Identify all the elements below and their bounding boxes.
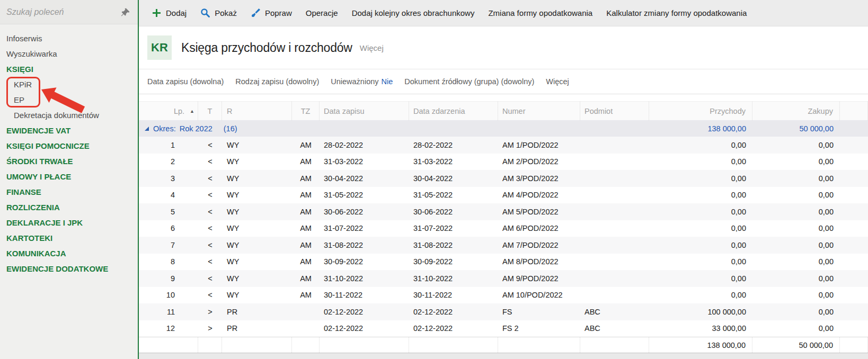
sidebar-item[interactable]: KSIĘGI (0, 61, 138, 77)
cell-numer: AM 9/POD/2022 (498, 270, 580, 287)
header-gap (139, 94, 868, 101)
cell-przychody: 0,00 (649, 237, 752, 254)
sidebar-item-label: Infoserwis (6, 34, 42, 43)
table-row[interactable]: 6 < WY AM 31-07-2022 31-07-2022 AM 6/POD… (139, 220, 868, 237)
cell-t: < (198, 237, 222, 254)
magnifier-icon (200, 8, 210, 18)
table-row[interactable]: 2 < WY AM 31-03-2022 31-03-2022 AM 2/POD… (139, 154, 868, 170)
cell-r: WY (222, 154, 292, 170)
table-row[interactable]: 1 < WY AM 28-02-2022 28-02-2022 AM 1/POD… (139, 137, 868, 154)
title-more-link[interactable]: Więcej (360, 43, 384, 52)
table-row[interactable]: 12 > PR 02-12-2022 02-12-2022 FS 2 ABC 3… (139, 320, 868, 337)
filter-item[interactable]: Więcej (546, 77, 569, 86)
sidebar-item[interactable]: FINANSE (0, 184, 138, 200)
toolbar-button[interactable]: Dodaj (152, 8, 187, 18)
sidebar-item-label: KARTOTEKI (6, 234, 52, 243)
group-row[interactable]: Okres: Rok 2022 (16) 138 000,00 50 000,0… (139, 120, 868, 137)
table-row[interactable]: 3 < WY AM 30-04-2022 30-04-2022 AM 3/POD… (139, 170, 868, 187)
sidebar-item[interactable]: Dekretacja dokumentów (0, 107, 138, 123)
sidebar-item[interactable]: KSIĘGI POMOCNICZE (0, 138, 138, 154)
sidebar-item[interactable]: EWIDENCJE DODATKOWE (0, 261, 138, 276)
sidebar-item[interactable]: ŚRODKI TRWAŁE (0, 154, 138, 169)
cell-podmiot (580, 270, 649, 287)
cell-lp: 10 (139, 287, 198, 304)
sidebar-item[interactable]: KOMUNIKACJA (0, 246, 138, 261)
cell-data-zdarzenia: 30-06-2022 (409, 203, 498, 220)
sidebar-item[interactable]: Infoserwis (0, 31, 138, 46)
cell-podmiot (580, 203, 649, 220)
cell-data-zapisu: 02-12-2022 (320, 303, 409, 320)
column-header[interactable]: R (222, 102, 292, 120)
cell-data-zapisu: 30-09-2022 (320, 254, 409, 271)
cell-data-zdarzenia: 30-11-2022 (409, 287, 498, 304)
cell-r: PR (222, 320, 292, 337)
cell-data-zdarzenia: 30-09-2022 (409, 254, 498, 271)
column-header[interactable]: T (198, 102, 222, 120)
cell-podmiot (580, 287, 649, 304)
toolbar-button-label: Operacje (306, 8, 338, 17)
group-expand-icon[interactable] (144, 126, 149, 131)
column-header[interactable]: Numer (498, 102, 580, 120)
cell-data-zapisu: 02-12-2022 (320, 320, 409, 337)
column-header[interactable]: Zakupy (752, 102, 840, 120)
toolbar-button-label: Zmiana formy opodatkowania (488, 8, 592, 17)
cell-t: < (198, 137, 222, 154)
cell-r: WY (222, 270, 292, 287)
cell-lp: 1 (139, 137, 198, 154)
cell-data-zdarzenia: 31-07-2022 (409, 220, 498, 237)
column-header[interactable]: Lp.▲ (139, 102, 198, 120)
filter-item[interactable]: UnieważnionyNie (331, 77, 393, 86)
column-header[interactable]: Data zdarzenia (409, 102, 498, 120)
sidebar-item[interactable]: UMOWY I PŁACE (0, 169, 138, 184)
toolbar-button[interactable]: Kalkulator zmiany formy opodatkowania (606, 8, 747, 17)
cell-podmiot (580, 254, 649, 271)
toolbar-button[interactable]: Popraw (251, 8, 292, 18)
sidebar-item[interactable]: EP (0, 92, 138, 107)
cell-lp: 5 (139, 203, 198, 220)
filter-item[interactable]: Dokument źródłowy (grupa) (dowolny) (404, 77, 534, 86)
group-label: Okres: (153, 124, 176, 133)
sidebar-item[interactable]: KPiR (0, 77, 138, 92)
summary-zakupy: 50 000,00 (752, 337, 840, 353)
bottom-strip (139, 353, 868, 359)
cell-lp: 6 (139, 220, 198, 237)
table-row[interactable]: 9 < WY AM 31-10-2022 31-10-2022 AM 9/POD… (139, 270, 868, 287)
table-row[interactable]: 10 < WY AM 30-11-2022 30-11-2022 AM 10/P… (139, 287, 868, 304)
pin-icon[interactable] (120, 6, 131, 18)
sidebar-item[interactable]: KARTOTEKI (0, 230, 138, 246)
cell-data-zapisu: 30-06-2022 (320, 203, 409, 220)
cell-zakupy: 0,00 (752, 270, 840, 287)
sidebar-item[interactable]: ROZLICZENIA (0, 200, 138, 215)
search-input[interactable] (6, 7, 120, 17)
table-row[interactable]: 11 > PR 02-12-2022 02-12-2022 FS ABC 100… (139, 303, 868, 320)
cell-t: < (198, 220, 222, 237)
table-row[interactable]: 8 < WY AM 30-09-2022 30-09-2022 AM 8/POD… (139, 254, 868, 271)
sidebar-item-label: EWIDENCJE VAT (6, 126, 70, 135)
toolbar-button[interactable]: Zmiana formy opodatkowania (488, 8, 592, 17)
table-row[interactable]: 7 < WY AM 31-08-2022 31-08-2022 AM 7/POD… (139, 237, 868, 254)
column-header[interactable] (840, 102, 868, 120)
filter-item[interactable]: Rodzaj zapisu (dowolny) (235, 77, 319, 86)
toolbar-button[interactable]: Operacje (306, 8, 338, 17)
group-total-przychody: 138 000,00 (649, 124, 752, 133)
column-header[interactable]: TZ (292, 102, 320, 120)
column-header[interactable]: Podmiot (580, 102, 649, 120)
summary-row: 138 000,00 50 000,00 (139, 337, 868, 353)
sidebar-item-label: EP (14, 95, 24, 104)
cell-tz: AM (292, 220, 320, 237)
sidebar-item[interactable]: Wyszukiwarka (0, 46, 138, 61)
column-header[interactable]: Data zapisu (320, 102, 409, 120)
cell-data-zapisu: 31-07-2022 (320, 220, 409, 237)
cell-podmiot: ABC (580, 320, 649, 337)
table-row[interactable]: 5 < WY AM 30-06-2022 30-06-2022 AM 5/POD… (139, 203, 868, 220)
table-row[interactable]: 4 < WY AM 31-05-2022 31-05-2022 AM 4/POD… (139, 187, 868, 204)
toolbar-button[interactable]: Pokaż (200, 8, 237, 18)
cell-data-zapisu: 30-04-2022 (320, 170, 409, 187)
sidebar-item[interactable]: DEKLARACJE I JPK (0, 215, 138, 230)
filter-item[interactable]: Data zapisu (dowolna) (147, 77, 224, 86)
column-header[interactable]: Przychody (649, 102, 752, 120)
toolbar-button[interactable]: Dodaj kolejny okres obrachunkowy (352, 8, 475, 17)
sidebar-item[interactable]: EWIDENCJE VAT (0, 123, 138, 138)
sidebar-item-label: ROZLICZENIA (6, 203, 60, 212)
cell-przychody: 0,00 (649, 287, 752, 304)
